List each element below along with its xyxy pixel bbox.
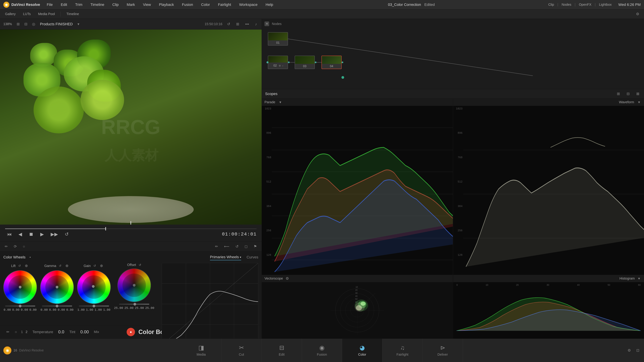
sprout-1 — [30, 43, 57, 66]
clip-label[interactable]: Clip — [548, 3, 554, 6]
menu-fairlight[interactable]: Fairlight — [217, 2, 232, 7]
menu-edit[interactable]: Edit — [59, 2, 68, 7]
lift-slider[interactable] — [5, 306, 35, 307]
menu-fusion[interactable]: Fusion — [180, 2, 194, 7]
histogram-dropdown[interactable]: ▾ — [637, 276, 641, 281]
menu-workspace[interactable]: Workspace — [238, 2, 259, 7]
qualifier-tool[interactable]: ○ — [22, 244, 26, 249]
node-close-button[interactable]: ✕ — [264, 21, 269, 26]
time-display: Wed 6:26 PM — [618, 2, 641, 7]
tab-color[interactable]: ◕ Color — [342, 339, 382, 362]
node-04[interactable]: 04 — [322, 56, 342, 69]
tab-edit[interactable]: ⊟ Edit — [262, 339, 302, 362]
scopes-grid-1[interactable]: ⊞ — [616, 91, 621, 97]
offset-label: Offset — [127, 263, 136, 267]
preview-dropdown-icon[interactable]: ▾ — [76, 21, 81, 27]
color-tools-bar: ✏ ⟳ ○ ✏ ⟵ ↺ ◻ ⚑ — [0, 241, 262, 251]
menu-color[interactable]: Color — [200, 2, 211, 7]
play-button[interactable]: ▶ — [38, 231, 46, 238]
waveform-dropdown[interactable]: ▾ — [637, 99, 641, 105]
boost-tool-2[interactable]: ○ — [14, 329, 18, 335]
toolbar-media-pool[interactable]: Media Pool — [36, 11, 56, 16]
gamma-reset-btn[interactable]: ↺ — [59, 264, 62, 268]
gamma-wheel[interactable] — [40, 270, 74, 304]
tab-fairlight[interactable]: ♫ Fairlight — [382, 339, 422, 362]
bottom-toolbar: ◉ 16 DaVinci Resolve ◨ Media ✂ Cut ⊟ Edi… — [0, 339, 644, 362]
view-options-icon[interactable]: ⊞ — [235, 21, 240, 27]
stop-button[interactable]: ⏹ — [27, 231, 36, 238]
tab-primaries-wheels[interactable]: Primaries Wheels ▾ — [210, 254, 241, 260]
gamma-slider[interactable] — [42, 306, 72, 307]
menu-view[interactable]: View — [142, 2, 152, 7]
toolbar-timeline[interactable]: Timeline — [65, 11, 81, 16]
lightbox-label[interactable]: Lightbox — [599, 3, 612, 6]
toolbar-gallery[interactable]: Gallery — [3, 11, 17, 16]
flag-icon[interactable]: ⚑ — [252, 244, 258, 249]
tab-media[interactable]: ◨ Media — [181, 339, 221, 362]
color-picker-tool[interactable]: ✏ — [3, 244, 9, 249]
node-03[interactable]: 03 — [295, 56, 315, 69]
settings-icon-bottom[interactable]: ⚙ — [626, 348, 632, 353]
gain-reset-btn[interactable]: ↺ — [94, 264, 96, 268]
menu-playback[interactable]: Playback — [158, 2, 175, 7]
prev-frame-button[interactable]: ◀ — [16, 231, 24, 238]
fairlight-icon: ♫ — [400, 344, 405, 351]
node-02[interactable]: 02 ⚙ ○ — [268, 56, 288, 69]
offset-wheel[interactable] — [118, 269, 151, 302]
offset-slider[interactable] — [119, 304, 149, 305]
color-wheels-settings[interactable]: • — [28, 254, 32, 260]
offset-reset-btn[interactable]: ↺ — [139, 263, 141, 267]
clip-index-2: 2 — [26, 330, 27, 334]
edit-grade-icon[interactable]: ✏ — [214, 244, 219, 249]
node-01[interactable]: 01 — [268, 32, 288, 45]
node-header-label: Nodes — [272, 22, 282, 26]
gamma-expand-icon[interactable]: ⊕ — [64, 263, 70, 269]
more-options-icon[interactable]: ••• — [244, 21, 250, 27]
skip-to-start-button[interactable]: ⏮ — [5, 231, 14, 238]
gain-slider[interactable] — [79, 306, 109, 307]
temperature-value: 0.0 — [58, 329, 64, 335]
boost-tool-1[interactable]: ✏ — [5, 329, 11, 335]
tab-fusion[interactable]: ◉ Fusion — [302, 339, 342, 362]
loop-button[interactable]: ↺ — [63, 231, 70, 238]
menu-help[interactable]: Help — [264, 2, 274, 7]
loop-icon[interactable]: ↺ — [226, 21, 232, 27]
lift-reset-btn[interactable]: ↺ — [18, 264, 21, 268]
app-name: DaVinci Resolve — [12, 2, 40, 7]
menu-trim[interactable]: Trim — [74, 2, 84, 7]
viewer-grid-icon[interactable]: ⊟ — [23, 21, 29, 27]
svg-point-13 — [342, 61, 343, 63]
curves-tool[interactable]: ⟳ — [12, 244, 18, 249]
viewer-scope-icon[interactable]: ◎ — [31, 21, 36, 27]
tab-cut[interactable]: ✂ Cut — [221, 339, 262, 362]
panel-header: Color Wheels • Primaries Wheels ▾ Curves — [3, 254, 258, 260]
tab-curves[interactable]: Curves — [246, 254, 258, 260]
audio-icon[interactable]: ♪ — [254, 21, 258, 27]
gain-wheel[interactable] — [77, 270, 111, 304]
lift-wheel[interactable] — [3, 270, 37, 304]
openfx-label[interactable]: OpenFX — [579, 3, 591, 6]
timeline-scrubber[interactable] — [5, 228, 256, 229]
menu-file[interactable]: File — [46, 2, 54, 7]
nodes-label[interactable]: Nodes — [562, 3, 572, 6]
vectorscope-settings[interactable]: ⚙ — [284, 276, 290, 281]
tab-deliver[interactable]: ⊳ Deliver — [422, 339, 463, 362]
viewer-transform-icon[interactable]: ⊞ — [15, 21, 21, 27]
gain-expand-icon[interactable]: ⊕ — [98, 263, 104, 269]
scopes-grid-3[interactable]: ⊠ — [635, 91, 641, 97]
lift-expand-icon[interactable]: ⊕ — [24, 263, 29, 269]
menu-timeline[interactable]: Timeline — [89, 2, 106, 7]
reset-grade-icon[interactable]: ↺ — [234, 244, 240, 249]
fullscreen-icon-bottom[interactable]: ⊡ — [635, 348, 641, 353]
eyedropper-icon[interactable]: ⟵ — [223, 244, 231, 249]
project-name: 03_Color Correction — [388, 2, 421, 7]
color-boost-handle[interactable]: ● — [126, 328, 135, 336]
toolbar-luts[interactable]: LUTs — [21, 11, 32, 16]
next-frame-button[interactable]: ▶▶ — [49, 231, 60, 238]
copy-grade-icon[interactable]: ◻ — [243, 244, 249, 249]
scopes-grid-2[interactable]: ⊟ — [625, 91, 631, 97]
menu-mark[interactable]: Mark — [126, 2, 136, 7]
viewer-options-icon[interactable]: ⚙ — [634, 11, 641, 17]
parade-dropdown[interactable]: ▾ — [278, 99, 282, 105]
menu-clip[interactable]: Clip — [111, 2, 120, 7]
